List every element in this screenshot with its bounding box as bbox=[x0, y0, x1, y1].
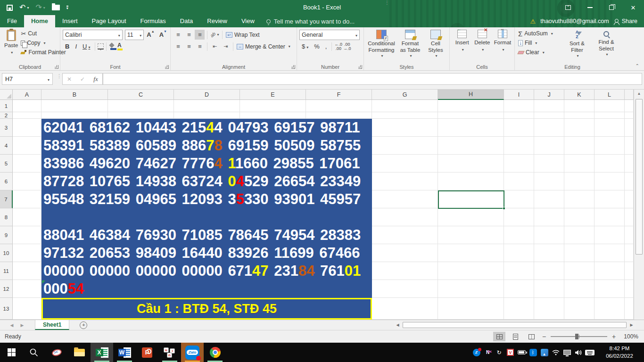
top-align-button[interactable]: ≡ bbox=[173, 30, 183, 40]
column-header-E[interactable]: E bbox=[240, 90, 306, 100]
column-header-partial[interactable] bbox=[625, 90, 634, 100]
add-sheet-button[interactable]: + bbox=[80, 321, 87, 329]
selected-cell-H7[interactable] bbox=[438, 190, 504, 209]
cell-K5[interactable] bbox=[564, 155, 594, 173]
cell-A1[interactable] bbox=[13, 100, 41, 112]
tab-data[interactable]: Data bbox=[173, 15, 200, 27]
cell-L3[interactable] bbox=[594, 119, 625, 137]
cell-K2[interactable] bbox=[564, 112, 594, 119]
cell-partial-9[interactable] bbox=[625, 226, 634, 244]
cell-G4[interactable] bbox=[372, 137, 438, 155]
zoom-level[interactable]: 100% bbox=[620, 333, 638, 340]
cell-A8[interactable] bbox=[13, 208, 41, 226]
scissors-tray-icon[interactable]: N bbox=[483, 343, 493, 362]
cell-L11[interactable] bbox=[594, 262, 625, 280]
font-color-button[interactable]: A bbox=[116, 43, 123, 50]
start-button[interactable] bbox=[0, 343, 23, 362]
cell-I5[interactable] bbox=[504, 155, 534, 173]
cell-G2[interactable] bbox=[372, 112, 438, 119]
cell-A6[interactable] bbox=[13, 173, 41, 190]
row-header-1[interactable]: 1 bbox=[0, 100, 13, 112]
name-box[interactable]: H7 bbox=[2, 73, 53, 85]
cell-A13[interactable] bbox=[13, 298, 41, 320]
row-header-5[interactable]: 5 bbox=[0, 155, 13, 173]
cell-K1[interactable] bbox=[564, 100, 594, 112]
align-center-button[interactable]: ≡ bbox=[184, 41, 194, 51]
cell-H1[interactable] bbox=[438, 100, 504, 112]
cell-B1[interactable] bbox=[41, 100, 108, 112]
increase-indent-button[interactable]: ⇥ bbox=[221, 41, 231, 51]
delete-cells-button[interactable]: Delete bbox=[472, 29, 493, 63]
cell-G10[interactable] bbox=[372, 244, 438, 262]
column-header-H[interactable]: H bbox=[438, 90, 504, 100]
taskbar-word[interactable]: W bbox=[113, 343, 136, 362]
insert-function-button[interactable]: fx bbox=[89, 75, 102, 83]
sheet-tab-sheet1[interactable]: Sheet1 bbox=[35, 320, 69, 330]
cell-L9[interactable] bbox=[594, 226, 625, 244]
bluetooth-icon[interactable]: ᛒ bbox=[528, 343, 538, 362]
horizontal-scrollbar[interactable]: ◀ ▶ bbox=[394, 321, 636, 329]
minimize-button[interactable] bbox=[579, 0, 601, 15]
cell-J9[interactable] bbox=[534, 226, 564, 244]
cell-K9[interactable] bbox=[564, 226, 594, 244]
cell-K4[interactable] bbox=[564, 137, 594, 155]
cancel-entry-button[interactable]: ✕ bbox=[63, 76, 76, 82]
cell-A3[interactable] bbox=[13, 119, 41, 137]
accounting-format-button[interactable]: $ bbox=[299, 43, 311, 50]
column-header-K[interactable]: K bbox=[564, 90, 594, 100]
column-header-B[interactable]: B bbox=[41, 90, 108, 100]
taskbar-excel[interactable]: X bbox=[91, 343, 113, 362]
cell-J12[interactable] bbox=[534, 280, 564, 298]
cell-H10[interactable] bbox=[438, 244, 504, 262]
cell-G1[interactable] bbox=[372, 100, 438, 112]
zoom-thumb[interactable] bbox=[575, 334, 578, 339]
merge-center-button[interactable]: ⇔Merge & Center bbox=[236, 42, 291, 51]
row-header-13[interactable]: 13 bbox=[0, 298, 13, 320]
cell-L13[interactable] bbox=[594, 298, 625, 320]
format-painter-button[interactable]: Format Painter bbox=[20, 48, 66, 57]
borders-button[interactable] bbox=[98, 43, 104, 49]
alignment-dialog-launcher[interactable] bbox=[291, 65, 295, 69]
select-all-corner[interactable] bbox=[0, 90, 13, 100]
cell-partial-13[interactable] bbox=[625, 298, 634, 320]
format-as-table-button[interactable]: Format as Table bbox=[396, 29, 424, 63]
cell-partial-2[interactable] bbox=[625, 112, 634, 119]
cell-A9[interactable] bbox=[13, 226, 41, 244]
cell-A7[interactable] bbox=[13, 190, 41, 208]
cell-K8[interactable] bbox=[564, 208, 594, 226]
align-left-button[interactable]: ≡ bbox=[173, 41, 183, 51]
vertical-scrollbar-thumb[interactable] bbox=[636, 99, 643, 255]
row-header-10[interactable]: 10 bbox=[0, 244, 13, 262]
cell-I1[interactable] bbox=[504, 100, 534, 112]
cell-I8[interactable] bbox=[504, 208, 534, 226]
format-cells-button[interactable]: Format bbox=[492, 29, 513, 63]
cell-G9[interactable] bbox=[372, 226, 438, 244]
cell-F2[interactable] bbox=[306, 112, 372, 119]
tab-insert[interactable]: Insert bbox=[55, 15, 85, 27]
cell-J1[interactable] bbox=[534, 100, 564, 112]
row-header-7[interactable]: 7 bbox=[0, 190, 13, 208]
cell-J7[interactable] bbox=[534, 190, 564, 208]
tab-file[interactable]: File bbox=[0, 15, 24, 27]
column-header-G[interactable]: G bbox=[372, 90, 438, 100]
taskbar-snipping-tool[interactable] bbox=[45, 343, 68, 362]
cell-H5[interactable] bbox=[438, 155, 504, 173]
cell-G6[interactable] bbox=[372, 173, 438, 190]
zoom-in-button[interactable]: + bbox=[611, 333, 617, 340]
tab-home[interactable]: Home bbox=[24, 15, 55, 27]
cell-G8[interactable] bbox=[372, 208, 438, 226]
cell-A2[interactable] bbox=[13, 112, 41, 119]
cell-I4[interactable] bbox=[504, 137, 534, 155]
cell-styles-button[interactable]: Cell Styles bbox=[424, 29, 447, 63]
clear-button[interactable]: Clear bbox=[517, 48, 562, 57]
wrap-text-button[interactable]: ↩Wrap Text bbox=[225, 30, 261, 40]
cell-I13[interactable] bbox=[504, 298, 534, 320]
cell-H4[interactable] bbox=[438, 137, 504, 155]
cell-L5[interactable] bbox=[594, 155, 625, 173]
result-banner[interactable]: Cầu 1 : BTĐ 54, STĐ 45 bbox=[41, 298, 372, 320]
cell-L12[interactable] bbox=[594, 280, 625, 298]
cell-I2[interactable] bbox=[504, 112, 534, 119]
account-email[interactable]: thaovuthu880@gmail.com bbox=[540, 18, 609, 25]
cell-partial-7[interactable] bbox=[625, 190, 634, 208]
cell-J10[interactable] bbox=[534, 244, 564, 262]
